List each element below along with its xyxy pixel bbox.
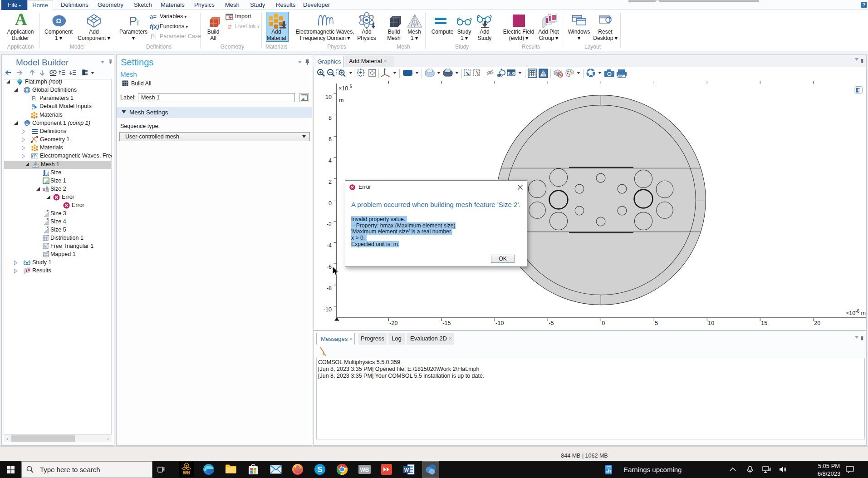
svg-text:*: * [47, 218, 49, 222]
svg-text:8: 8 [329, 115, 332, 121]
svg-text:Ω: Ω [25, 122, 29, 126]
svg-text:S: S [317, 465, 322, 474]
svg-text:WB: WB [183, 470, 191, 475]
svg-text:*: * [47, 210, 49, 214]
svg-text:10: 10 [708, 320, 714, 326]
svg-text:Ω: Ω [56, 17, 61, 25]
svg-text:5: 5 [655, 320, 658, 326]
svg-text:x: x [43, 187, 46, 192]
svg-text:-10: -10 [324, 306, 332, 313]
svg-text:6: 6 [329, 136, 332, 143]
svg-text:*: * [47, 243, 49, 247]
svg-text:×10-6: ×10-6 [338, 84, 353, 92]
svg-text:4: 4 [329, 158, 332, 164]
svg-text:WB: WB [360, 467, 369, 473]
svg-text:-5: -5 [549, 320, 554, 326]
svg-text:W: W [404, 467, 409, 473]
svg-text:*: * [47, 227, 49, 231]
svg-text:20: 20 [814, 320, 820, 326]
svg-text:i: i [35, 98, 36, 102]
svg-text:-6: -6 [327, 264, 332, 270]
svg-text:m: m [339, 97, 343, 103]
svg-text:-10: -10 [495, 320, 504, 326]
svg-text:-20: -20 [389, 320, 397, 326]
svg-text:×10-6 m: ×10-6 m [846, 309, 866, 316]
svg-text:10: 10 [325, 94, 332, 100]
svg-text:15: 15 [761, 320, 767, 326]
svg-text:-15: -15 [442, 320, 451, 326]
svg-text:*: * [47, 251, 49, 255]
svg-text:0: 0 [329, 200, 332, 207]
svg-text:0: 0 [602, 320, 605, 326]
svg-text:2: 2 [329, 179, 332, 185]
svg-text:-2: -2 [327, 221, 332, 227]
svg-text:-8: -8 [327, 285, 332, 291]
svg-text:-4: -4 [327, 242, 332, 249]
svg-text:*: * [47, 235, 49, 239]
